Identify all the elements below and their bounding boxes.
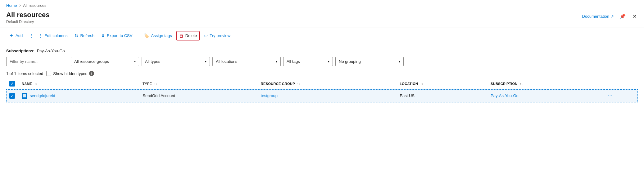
show-hidden-checkbox[interactable]: [46, 71, 51, 76]
resource-type-icon: [22, 93, 27, 99]
filters-area: Subscriptions: Pay-As-You-Go All resourc…: [0, 44, 644, 68]
refresh-button[interactable]: ↻ Refresh: [72, 31, 97, 40]
try-preview-button[interactable]: ↩ Try preview: [202, 31, 233, 40]
row-actions-cell: ···: [605, 89, 638, 102]
refresh-label: Refresh: [80, 33, 95, 38]
row-location-text: East US: [400, 93, 415, 98]
row-type-cell: SendGrid Account: [139, 89, 258, 102]
edit-columns-label: Edit columns: [44, 33, 67, 38]
resource-group-link[interactable]: testgroup: [261, 93, 278, 98]
col-subscription: SUBSCRIPTION ↑↓: [488, 78, 605, 89]
toolbar-separator: [138, 32, 138, 40]
col-type: TYPE ↑↓: [139, 78, 258, 89]
breadcrumb-current: All resources: [23, 3, 46, 8]
page-subtitle: Default Directory: [6, 20, 49, 24]
table-container: ✓ NAME ↑↓ TYPE ↑↓ RESOURCE GROUP ↑↓ LOCA…: [0, 78, 644, 102]
col-name: NAME ↑↓: [19, 78, 139, 89]
col-type-sort-icon[interactable]: ↑↓: [154, 82, 157, 86]
row-resource-group-cell: testgroup: [258, 89, 397, 102]
pin-button[interactable]: 📌: [618, 12, 627, 21]
preview-icon: ↩: [204, 33, 208, 38]
selection-count: 1 of 1 items selected: [6, 71, 43, 76]
select-all-column: ✓: [6, 78, 19, 89]
breadcrumb-home[interactable]: Home: [6, 3, 17, 8]
page-header-left: All resources Default Directory: [6, 11, 49, 24]
show-hidden-label: Show hidden types: [53, 71, 87, 76]
types-dropdown[interactable]: All types ▾: [142, 57, 210, 66]
grouping-dropdown[interactable]: No grouping ▾: [335, 57, 404, 66]
export-csv-label: Export to CSV: [107, 33, 132, 38]
grouping-chevron-icon: ▾: [399, 60, 400, 63]
tag-icon: 🏷️: [144, 33, 149, 38]
subscription-row: Subscriptions: Pay-As-You-Go: [6, 49, 638, 53]
resource-name-link[interactable]: sendgridjureid: [22, 93, 136, 99]
external-link-icon: ↗: [610, 14, 614, 19]
col-subscription-label: SUBSCRIPTION: [491, 82, 518, 86]
tags-chevron-icon: ▾: [328, 60, 329, 63]
filter-by-name-input[interactable]: [6, 57, 68, 66]
subscription-value: Pay-As-You-Go: [37, 49, 65, 53]
row-more-actions-button[interactable]: ···: [608, 92, 612, 99]
col-name-sort-icon[interactable]: ↑↓: [34, 82, 38, 86]
col-type-label: TYPE: [143, 82, 152, 86]
filter-row: All resource groups ▾ All types ▾ All lo…: [6, 57, 638, 66]
locations-chevron-icon: ▾: [276, 60, 277, 63]
subscription-label: Subscriptions:: [6, 49, 34, 53]
row-type-text: SendGrid Account: [143, 93, 175, 98]
select-all-checkbox[interactable]: ✓: [9, 81, 15, 87]
breadcrumb: Home > All resources: [0, 0, 644, 10]
breadcrumb-separator: >: [19, 3, 21, 8]
export-csv-button[interactable]: ⬇ Export to CSV: [99, 31, 135, 40]
resource-groups-chevron-icon: ▾: [134, 60, 136, 63]
table-row: ✓ sendgridjureid SendGrid Account testgr…: [6, 89, 638, 102]
show-hidden-row: Show hidden types i: [46, 71, 94, 76]
subscription-link[interactable]: Pay-As-You-Go: [491, 93, 519, 98]
columns-icon: ⋮⋮⋮: [29, 33, 43, 38]
row-checkbox[interactable]: ✓: [9, 93, 15, 99]
resource-name-text: sendgridjureid: [30, 93, 55, 98]
row-name-cell: sendgridjureid: [19, 89, 139, 102]
tags-dropdown[interactable]: All tags ▾: [283, 57, 333, 66]
col-actions: [605, 78, 638, 89]
types-chevron-icon: ▾: [205, 60, 206, 63]
resource-groups-label: All resource groups: [74, 59, 109, 64]
col-resource-group-sort-icon[interactable]: ↑↓: [297, 82, 300, 86]
col-resource-group-label: RESOURCE GROUP: [261, 82, 295, 86]
page-header: All resources Default Directory Document…: [0, 10, 644, 27]
info-icon[interactable]: i: [89, 71, 94, 76]
table-body: ✓ sendgridjureid SendGrid Account testgr…: [6, 89, 638, 102]
add-button[interactable]: ＋ Add: [6, 30, 25, 41]
tags-label: All tags: [287, 59, 300, 64]
row-subscription-cell: Pay-As-You-Go: [488, 89, 605, 102]
page-header-right: Documentation ↗ 📌 ✕: [582, 12, 638, 21]
resources-table: ✓ NAME ↑↓ TYPE ↑↓ RESOURCE GROUP ↑↓ LOCA…: [6, 78, 638, 102]
delete-button[interactable]: 🗑 Delete: [176, 31, 200, 40]
plus-icon: ＋: [9, 32, 14, 39]
resource-groups-dropdown[interactable]: All resource groups ▾: [71, 57, 139, 66]
col-resource-group: RESOURCE GROUP ↑↓: [258, 78, 397, 89]
add-label: Add: [16, 33, 23, 38]
row-check-cell: ✓: [6, 89, 19, 102]
trash-icon: 🗑: [179, 33, 184, 38]
toolbar: ＋ Add ⋮⋮⋮ Edit columns ↻ Refresh ⬇ Expor…: [0, 27, 644, 44]
locations-label: All locations: [216, 59, 237, 64]
try-preview-label: Try preview: [210, 33, 230, 38]
types-label: All types: [145, 59, 160, 64]
refresh-icon: ↻: [75, 33, 79, 39]
grouping-label: No grouping: [339, 59, 361, 64]
documentation-label: Documentation: [582, 14, 609, 19]
col-name-label: NAME: [22, 82, 32, 86]
assign-tags-button[interactable]: 🏷️ Assign tags: [141, 31, 174, 40]
col-subscription-sort-icon[interactable]: ↑↓: [520, 82, 523, 86]
col-location-label: LOCATION: [400, 82, 418, 86]
locations-dropdown[interactable]: All locations ▾: [212, 57, 281, 66]
delete-label: Delete: [185, 33, 197, 38]
row-location-cell: East US: [397, 89, 488, 102]
col-location-sort-icon[interactable]: ↑↓: [420, 82, 424, 86]
selection-bar: 1 of 1 items selected Show hidden types …: [0, 68, 644, 78]
edit-columns-button[interactable]: ⋮⋮⋮ Edit columns: [27, 31, 70, 40]
documentation-link[interactable]: Documentation ↗: [582, 14, 614, 19]
download-icon: ⬇: [101, 33, 105, 38]
close-button[interactable]: ✕: [631, 12, 638, 21]
page-title: All resources: [6, 11, 49, 19]
